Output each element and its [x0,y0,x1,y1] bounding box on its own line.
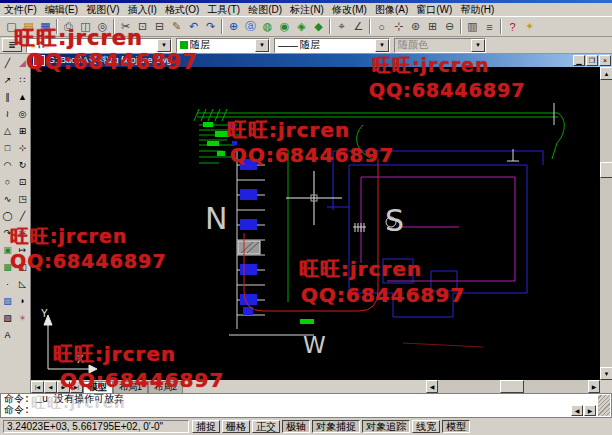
undo-button[interactable]: ↶ [185,18,202,35]
circle-button[interactable]: ○ [0,173,15,190]
menu-item[interactable]: 编辑(E) [41,3,82,16]
restore-button[interactable]: ❐ [586,55,598,66]
zoom-previous-button[interactable]: ⊖ [441,18,458,35]
menu-item[interactable]: 修改(M) [328,3,371,16]
multiline-icon: ∥ [5,92,10,102]
linetype-combo[interactable]: —— 随层 ▼ [274,38,390,53]
toggle-正交[interactable]: 正交 [252,420,280,433]
insert-hyperlink-button[interactable]: ⊕ [225,18,242,35]
toggle-捕捉[interactable]: 捕捉 [192,420,220,433]
redraw-button[interactable]: ○ [373,18,390,35]
redo-button[interactable]: ↷ [202,18,219,35]
menu-item[interactable]: 插入(I) [123,3,160,16]
toggle-对象追踪[interactable]: 对象追踪 [362,420,410,433]
tab-nav-icon[interactable]: |◀ [31,381,44,393]
menu-item[interactable]: 视图(V) [82,3,123,16]
zoom-realtime-button[interactable]: ⊛ [407,18,424,35]
status-bar: 3.24023E+03, 5.661795E+02, 0'-0" 捕捉栅格正交极… [0,418,612,435]
command-window[interactable]: 命令: _u 没有操作可放弃 命令: 旺旺:jrcren ◀ ▶ [0,393,612,418]
multiline-button[interactable]: ∥ [0,88,15,105]
hatch-button[interactable]: ▨ [0,292,15,309]
scroll-left-icon[interactable]: ◀ [426,380,438,393]
scroll-up-icon[interactable]: ▲ [600,67,612,80]
pan-realtime-button[interactable]: ⊹ [390,18,407,35]
autocad-today-button[interactable]: ⓐ [242,18,259,35]
menu-item[interactable]: 绘图(D) [244,3,286,16]
horizontal-scrollbar[interactable]: ◀ ▶ [426,380,600,393]
rotate-button[interactable]: ↻ [15,156,30,173]
snap-from-button[interactable]: ∠ [350,18,367,35]
line-button[interactable]: ╱ [0,54,15,71]
mirror-button[interactable]: ▲ [15,88,30,105]
menu-item[interactable]: 图像(A) [371,3,412,16]
zoom-window-button[interactable]: ⊞ [424,18,441,35]
command-scroll-right-icon[interactable]: ▶ [584,405,596,416]
rectangle-button[interactable]: □ [0,139,15,156]
toggle-模型[interactable]: 模型 [442,420,470,433]
close-button[interactable]: × [599,55,611,66]
vertical-scroll-thumb[interactable] [600,162,612,178]
vertical-scrollbar[interactable]: ▲ ▼ [600,67,612,380]
temporary-track-point-button[interactable]: ⌖ [333,18,350,35]
multiline-text-icon: A [4,330,10,340]
horizontal-scroll-thumb[interactable] [500,380,524,393]
menu-item[interactable]: 格式(O) [161,3,203,16]
toggle-线宽[interactable]: 线宽 [412,420,440,433]
modify-toolbar-vertical: ◢∷▲◎⊞⊹↻⊡◳╱✂↦◫◺◗✶ [15,54,30,326]
horizontal-scroll-track[interactable] [438,380,588,393]
toggle-栅格[interactable]: 栅格 [222,420,250,433]
properties-button[interactable]: ▥ [464,18,481,35]
match-properties-button[interactable]: ✎ [168,18,185,35]
stretch-button[interactable]: ◳ [15,190,30,207]
redo-icon: ↷ [206,20,215,33]
command-mini-scrollbar[interactable]: ◀ ▶ [571,405,596,416]
command-scroll-left-icon[interactable]: ◀ [571,405,583,416]
linetype-combo-dropdown-icon[interactable]: ▼ [375,39,389,52]
menu-item[interactable]: 工具(T) [203,3,244,16]
toggle-对象捕捉[interactable]: 对象捕捉 [312,420,360,433]
color-combo-dropdown-icon[interactable]: ▼ [255,39,269,52]
region-button[interactable]: ▧ [0,309,15,326]
undo-icon: ↶ [189,20,198,33]
scroll-right-icon[interactable]: ▶ [588,380,600,393]
move-button[interactable]: ⊹ [15,139,30,156]
command-resize-grip[interactable] [598,395,610,416]
point-button[interactable]: · [0,275,15,292]
temporary-track-point-icon: ⌖ [338,20,344,33]
menu-item[interactable]: 窗口(W) [412,3,456,16]
spline-button[interactable]: ∿ [0,190,15,207]
point-a-button[interactable]: ◍ [259,18,276,35]
menu-item[interactable]: 标注(N) [286,3,328,16]
tab-nav-icon[interactable]: ◀ [44,381,57,393]
design-center-button[interactable]: ≡ [481,18,498,35]
construction-line-button[interactable]: ↗ [0,71,15,88]
toolbar-separator [460,19,462,34]
multiline-text-button[interactable]: A [0,326,15,343]
menu-item[interactable]: 帮助(H) [456,3,498,16]
lengthen-button[interactable]: ╱ [15,207,30,224]
active-assistance-button[interactable]: ✦ [521,18,538,35]
polyline-button[interactable]: ≀ [0,105,15,122]
polygon-button[interactable]: △ [0,122,15,139]
help-button[interactable]: ? [504,18,521,35]
toggle-极轴[interactable]: 极轴 [282,420,310,433]
meet-now-button[interactable]: ◉ [276,18,293,35]
watermark-text: QQ:68446897 [60,368,224,392]
explode-button[interactable]: ✶ [15,309,30,326]
arc-button[interactable]: ◠ [0,156,15,173]
offset-button[interactable]: ◎ [15,105,30,122]
etransmit-button[interactable]: ◆ [310,18,327,35]
scale-button[interactable]: ⊡ [15,173,30,190]
snap-from-icon: ∠ [354,20,364,33]
menu-item[interactable]: 文件(F) [0,3,41,16]
publish-to-web-button[interactable]: ◈ [293,18,310,35]
scroll-down-icon[interactable]: ▼ [600,367,612,380]
chamfer-button[interactable]: ◺ [15,275,30,292]
spline-icon: ∿ [4,194,12,204]
array-button[interactable]: ⊞ [15,122,30,139]
arc-icon: ◠ [4,160,12,170]
paste-button[interactable]: ⊟ [151,18,168,35]
ellipse-button[interactable]: ◯ [0,207,15,224]
minimize-button[interactable]: ▁ [573,55,585,66]
fillet-button[interactable]: ◗ [15,292,30,309]
